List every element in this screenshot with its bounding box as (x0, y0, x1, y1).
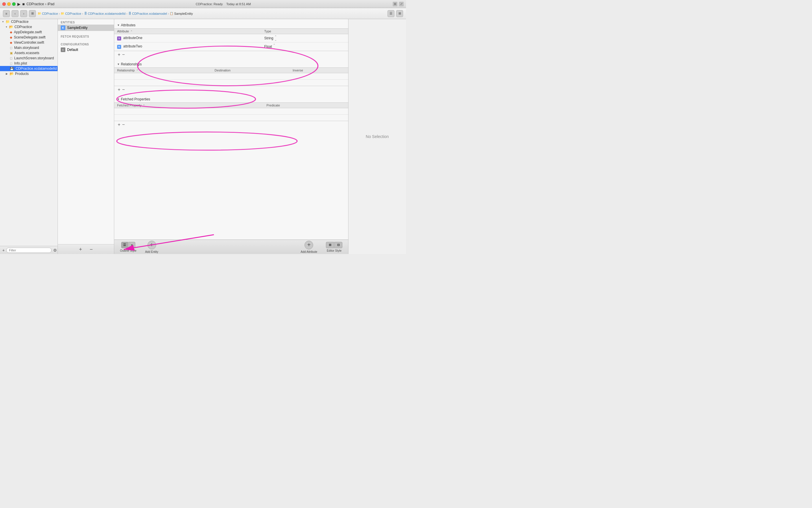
add-fetched-property-button[interactable]: + (117, 122, 121, 127)
sidebar-item-cdpractice-group[interactable]: ▾ 📂 CDPractice (0, 24, 57, 30)
add-attribute-inline-button[interactable]: + (117, 52, 121, 57)
sidebar-item-mainstoryboard[interactable]: ◻ Main.storyboard (0, 45, 57, 50)
status-text: CDPractice: Ready Today at 8:51 AM (55, 2, 391, 6)
sidebar-item-xcdatamodelid[interactable]: 💾 CDPractice.xcdatamodelId (0, 66, 57, 71)
predicate-col-header: Predicate (264, 103, 348, 108)
outline-icon-alt[interactable]: ≡ (128, 242, 135, 248)
forward-button[interactable]: › (20, 10, 27, 17)
breadcrumb-xcdatamodelid[interactable]: 🗄 CDPractice.xcdatamodelId (84, 12, 126, 15)
triangle-icon: ▼ (117, 24, 120, 27)
grid-button[interactable]: ⊞ (29, 10, 36, 17)
add-attribute-tool[interactable]: + Add Attribute (301, 241, 317, 253)
inspector-toggle-button[interactable]: ☰ (388, 10, 395, 17)
fetched-properties-table: Fetched Property ⌃ Predicate (114, 102, 348, 121)
disclosure-icon: ▶ (6, 72, 8, 75)
destination-col-header: Destination (212, 68, 290, 73)
sidebar-item-products[interactable]: ▶ 📂 Products (0, 71, 57, 76)
breadcrumb-cdpractice-group[interactable]: 📁 CDPractice (61, 12, 81, 15)
type-stepper-2[interactable]: ⌃⌄ (273, 43, 275, 50)
editor-icon-table[interactable]: ⊞ (326, 242, 334, 248)
sidebar-item-viewcontroller[interactable]: ◆ ViewController.swift (0, 40, 57, 45)
toolbar: ≡ ‹ › ⊞ 📁 CDPractice › 📁 CDPractice › 🗄 … (0, 8, 406, 19)
sidebar-item-scenedelegate[interactable]: ◆ SceneDelegate.swift (0, 35, 57, 40)
fetched-property-col-header: Fetched Property ⌃ (114, 103, 264, 108)
attribute-row-1[interactable]: S attributeOne String ⌃⌄ (114, 34, 348, 43)
sidebar-item-appdelegate[interactable]: ◆ AppDelegate.swift (0, 30, 57, 35)
inverse-col-header: Inverse (290, 68, 348, 73)
relationship-col-header: Relationship ⌃ (114, 68, 212, 73)
sidebar-item-cdpractice-project[interactable]: ▾ 📁 CDPractice (0, 19, 57, 24)
type-stepper-1[interactable]: ⌃⌄ (274, 35, 277, 41)
add-file-button[interactable]: + (2, 248, 5, 253)
title-bar: ▶ ■ CDPractice › iPad CDPractice: Ready … (0, 0, 406, 8)
editor-style-tool[interactable]: ⊞ ⊟ Editor Style (326, 242, 343, 252)
content-scroll: ▼ Attributes Attribute ⌃ (114, 19, 348, 240)
fetched-properties-empty-row-2 (114, 115, 348, 121)
relationships-section-header: ▼ Relationships (114, 61, 348, 68)
outline-style-tool[interactable]: ☰ ≡ Outline Style (120, 242, 136, 252)
number-type-icon: N (117, 45, 121, 49)
window-title: CDPractice › iPad CDPractice: Ready Toda… (26, 2, 391, 6)
disclosure-icon: ▾ (2, 20, 4, 23)
filter-options-button[interactable]: ⚙ (53, 248, 57, 253)
add-entity-tool[interactable]: + Add Entity (145, 241, 159, 253)
sidebar-item-assets[interactable]: ▣ Assets.xcassets (0, 50, 57, 55)
editor-style-icons: ⊞ ⊟ (326, 242, 343, 248)
add-attribute-button[interactable]: + (305, 241, 313, 249)
add-relationship-button[interactable]: + (117, 87, 121, 92)
fullscreen-icon[interactable]: ⤢ (399, 2, 404, 6)
fetched-properties-header-row: Fetched Property ⌃ Predicate (114, 103, 348, 108)
configurations-section-header: CONFIGURATIONS (58, 41, 114, 47)
sidebar-footer: + ⚙ ⇅ (0, 246, 57, 254)
attribute-name-cell: S attributeOne (114, 34, 261, 43)
app-name: CDPractice (26, 2, 44, 6)
maximize-button[interactable] (12, 2, 15, 6)
sidebar-item-infoplist[interactable]: ◻ Info.plist (0, 61, 57, 66)
fetched-properties-label: Fetched Properties (121, 97, 150, 101)
rel-sort-icon: ⌃ (136, 69, 138, 72)
entities-section-header: ENTITIES (58, 19, 114, 25)
content-panel: ▼ Attributes Attribute ⌃ (114, 19, 348, 254)
attributes-table: Attribute ⌃ Type (114, 28, 348, 51)
add-entity-button[interactable]: + (147, 241, 156, 249)
run-button[interactable]: ▶ (17, 2, 20, 6)
relationships-header-row: Relationship ⌃ Destination Inverse (114, 68, 348, 73)
overlay-container: ENTITIES E SampleEntity FETCH REQUESTS C… (58, 19, 406, 254)
entity-item-sampleentity[interactable]: E SampleEntity (58, 25, 114, 31)
relationships-section: ▼ Relationships Relationship ⌃ (114, 61, 348, 93)
outline-icon-list[interactable]: ☰ (121, 242, 128, 248)
default-config-icon: C (61, 47, 65, 52)
relationships-add-remove: + − (114, 86, 348, 93)
string-type-icon: S (117, 36, 121, 41)
sidebar-item-launchscreen[interactable]: ◻ LaunchScreen.storyboard (0, 55, 57, 61)
attribute-row-2[interactable]: N attributeTwo Float ⌃⌄ (114, 43, 348, 51)
filter-input[interactable] (6, 248, 51, 253)
remove-attribute-button[interactable]: − (122, 52, 125, 57)
fetched-properties-section-header: ▼ Fetched Properties (114, 96, 348, 102)
breadcrumb-cdpractice-folder[interactable]: 📁 CDPractice (38, 12, 58, 15)
right-panel: No Selection (348, 19, 406, 254)
minimize-button[interactable] (7, 2, 11, 6)
entity-item-default[interactable]: C Default (58, 47, 114, 53)
fp-sort-icon: ⌃ (143, 104, 145, 107)
outline-style-icons: ☰ ≡ (121, 242, 135, 248)
close-button[interactable] (2, 2, 6, 6)
fetched-properties-empty-row-1 (114, 108, 348, 115)
back-button[interactable]: ‹ (11, 10, 18, 17)
relationships-empty-row-2 (114, 80, 348, 86)
remove-fetched-property-button[interactable]: − (122, 122, 125, 127)
share-icon[interactable]: ⊞ (393, 2, 397, 6)
file-navigator: ▾ 📁 CDPractice ▾ 📂 CDPractice ◆ AppDeleg… (0, 19, 58, 254)
triangle-icon: ▼ (117, 63, 120, 66)
editor-icon-graph[interactable]: ⊟ (334, 242, 343, 248)
breadcrumb-xcdatamodel[interactable]: 🗄 CDPractice.xcdatamodel (128, 12, 167, 15)
stop-button[interactable]: ■ (22, 2, 25, 6)
add-attribute-label: Add Attribute (301, 250, 317, 253)
remove-relationship-button[interactable]: − (122, 87, 125, 92)
sidebar-toggle-button[interactable]: ≡ (3, 10, 10, 17)
attributes-section: ▼ Attributes Attribute ⌃ (114, 22, 348, 58)
add-entity-small-button[interactable]: + (79, 247, 82, 252)
no-selection-text: No Selection (366, 134, 389, 139)
remove-entity-button[interactable]: − (90, 247, 93, 252)
layout-toggle-button[interactable]: ⊞ (396, 10, 403, 17)
